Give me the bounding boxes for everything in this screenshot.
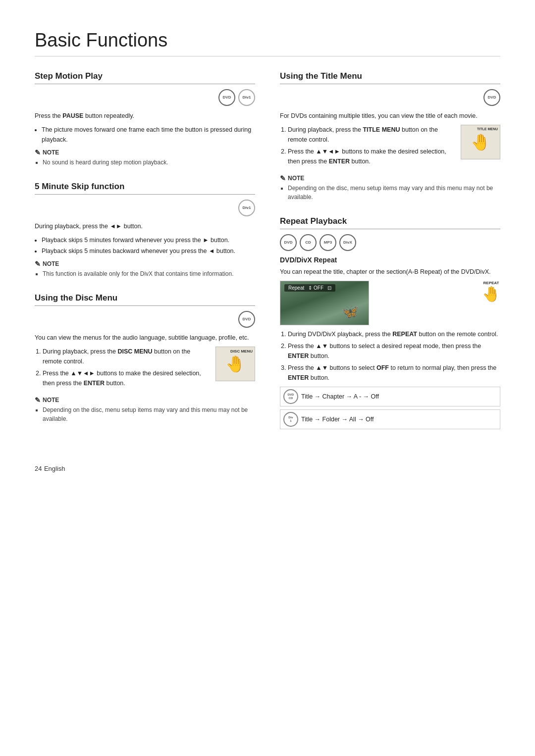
five-minute-skip-heading: 5 Minute Skip function: [35, 182, 255, 195]
chain-badge-dvd-cd: DVDCD: [283, 389, 298, 404]
section-title-menu: Using the Title Menu DVD For DVDs contai…: [280, 71, 500, 202]
note-icon: ✎: [35, 149, 41, 156]
note-icon-3: ✎: [35, 396, 41, 404]
disc-menu-note: ✎ NOTE Depending on the disc, menu setup…: [35, 396, 255, 423]
step-motion-note-item-1: No sound is heard during step motion pla…: [43, 158, 255, 167]
step-motion-badges: DVD Div1: [35, 89, 255, 106]
five-minute-skip-bullets: Playback skips 5 minutes forward wheneve…: [42, 235, 255, 256]
repeat-playback-steps: During DVD/DivX playback, press the REPE…: [288, 329, 500, 383]
dvd-divx-repeat-heading: DVD/DivX Repeat: [280, 256, 500, 264]
disc-menu-body: You can view the menus for the audio lan…: [35, 333, 255, 343]
five-minute-skip-note-list: This function is available only for the …: [43, 269, 255, 278]
five-minute-skip-bullet-2: Playback skips 5 minutes backward whenev…: [42, 246, 255, 256]
repeat-playback-heading: Repeat Playback: [280, 216, 500, 229]
disc-menu-note-item-1: Depending on the disc, menu setup items …: [43, 405, 255, 423]
badge-mp3-repeat: MP3: [320, 234, 336, 251]
page-number-container: 24 English: [35, 464, 500, 473]
repeat-step-3: Press the ▲▼ buttons to select OFF to re…: [288, 363, 500, 383]
chain-row-1: DVDCD Title → Chapter → A - → Off: [280, 387, 500, 406]
note-label-2: NOTE: [43, 260, 59, 267]
chain2-text: Title → Folder → All → Off: [301, 416, 374, 423]
title-menu-label: TITLE MENU: [477, 127, 498, 131]
disc-menu-image: DISC MENU 🤚: [215, 347, 255, 381]
badge-dvd-title: DVD: [483, 89, 500, 106]
title-menu-steps-container: TITLE MENU 🤚 During playback, press the …: [280, 125, 500, 170]
title-menu-heading: Using the Title Menu: [280, 71, 500, 84]
note-icon-4: ✎: [280, 174, 286, 182]
repeat-bar-label: Repeat: [288, 285, 304, 291]
repeat-hand-container: REPEAT 🤚: [482, 281, 500, 302]
title-menu-note-item-1: Depending on the disc, menu setup items …: [288, 184, 500, 202]
page-title: Basic Functions: [35, 30, 500, 56]
repeat-image-container: REPEAT 🤚 Repeat ⇕ OFF ⊡ 🦋: [280, 281, 500, 329]
note-label-4: NOTE: [288, 175, 304, 182]
section-step-motion-play: Step Motion Play DVD Div1 Press the PAUS…: [35, 71, 255, 167]
disc-menu-steps-container: DISC MENU 🤚 During playback, press the D…: [35, 347, 255, 392]
repeat-step-1: During DVD/DivX playback, press the REPE…: [288, 329, 500, 339]
title-menu-body: For DVDs containing multiple titles, you…: [280, 111, 500, 121]
title-menu-note: ✎ NOTE Depending on the disc, menu setup…: [280, 174, 500, 202]
note-label-3: NOTE: [43, 397, 59, 403]
repeat-step-2: Press the ▲▼ buttons to select a desired…: [288, 341, 500, 361]
note-icon-2: ✎: [35, 260, 41, 268]
step-motion-play-heading: Step Motion Play: [35, 71, 255, 84]
section-disc-menu: Using the Disc Menu DVD You can view the…: [35, 293, 255, 423]
butterfly-icon: 🦋: [341, 303, 359, 320]
chain-badge-div1: Div1: [283, 412, 298, 427]
repeat-badges: DVD CD MP3 DivX: [280, 234, 500, 251]
disc-menu-badges: DVD: [35, 311, 255, 328]
badge-dvd-disc: DVD: [238, 311, 255, 328]
step-motion-bullet-1: The picture moves forward one frame each…: [42, 125, 255, 145]
repeat-screenshot: Repeat ⇕ OFF ⊡ 🦋: [280, 281, 369, 325]
hand-icon-title: 🤚: [471, 133, 490, 151]
step-motion-body: Press the PAUSE button repeatedly.: [35, 111, 255, 121]
section-five-minute-skip: 5 Minute Skip function Div1 During playb…: [35, 182, 255, 278]
five-minute-skip-bullet-1: Playback skips 5 minutes forward wheneve…: [42, 235, 255, 245]
note-label: NOTE: [43, 149, 59, 156]
title-menu-badges: DVD: [280, 89, 500, 106]
badge-div1: Div1: [238, 89, 255, 106]
repeat-hand-label: REPEAT: [483, 281, 499, 285]
step-motion-note-list: No sound is heard during step motion pla…: [43, 158, 255, 167]
step-motion-bullets: The picture moves forward one frame each…: [42, 125, 255, 145]
five-minute-skip-badges: Div1: [35, 200, 255, 216]
step-motion-note: ✎ NOTE No sound is heard during step mot…: [35, 149, 255, 167]
badge-cd-repeat: CD: [300, 234, 317, 251]
disc-menu-label: DISC MENU: [230, 349, 253, 353]
repeat-bar-icon: ⊡: [327, 285, 331, 291]
disc-menu-heading: Using the Disc Menu: [35, 293, 255, 306]
chain-row-2: Div1 Title → Folder → All → Off: [280, 409, 500, 429]
hand-icon-disc: 🤚: [225, 354, 245, 373]
five-minute-skip-note-item-1: This function is available only for the …: [43, 269, 255, 278]
badge-div1-skip: Div1: [238, 200, 255, 216]
badge-dvd: DVD: [218, 89, 235, 106]
dvd-divx-repeat-body: You can repeat the title, chapter or the…: [280, 267, 500, 277]
chain1-text: Title → Chapter → A - → Off: [301, 393, 379, 400]
language-label: English: [44, 465, 65, 472]
section-repeat-playback: Repeat Playback DVD CD MP3 DivX DVD/DivX…: [280, 216, 500, 429]
hand-icon-repeat: 🤚: [482, 285, 500, 302]
repeat-bar-off: ⇕ OFF: [308, 285, 323, 291]
title-menu-image: TITLE MENU 🤚: [461, 125, 500, 159]
five-minute-skip-note: ✎ NOTE This function is available only f…: [35, 260, 255, 278]
page-number: 24: [35, 465, 42, 472]
five-minute-skip-body: During playback, press the ◄► button.: [35, 221, 255, 231]
title-menu-note-list: Depending on the disc, menu setup items …: [288, 184, 500, 202]
disc-menu-note-list: Depending on the disc, menu setup items …: [43, 405, 255, 423]
repeat-bar: Repeat ⇕ OFF ⊡: [284, 284, 335, 292]
badge-dvd-repeat: DVD: [280, 234, 297, 251]
badge-divx-repeat: DivX: [339, 234, 356, 251]
